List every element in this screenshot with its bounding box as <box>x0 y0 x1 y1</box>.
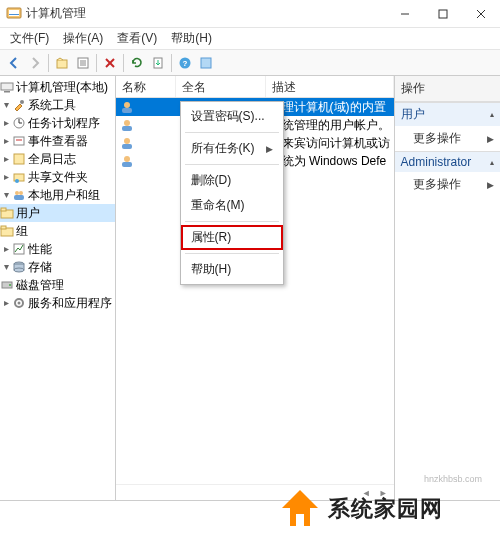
folder-icon <box>0 206 14 220</box>
maximize-button[interactable] <box>424 0 462 28</box>
svg-point-43 <box>18 302 21 305</box>
svg-rect-35 <box>1 226 6 229</box>
computer-icon <box>0 80 14 94</box>
tree-global-log[interactable]: ▸ 全局日志 <box>0 150 115 168</box>
tree-local-users-groups[interactable]: ▾ 本地用户和组 <box>0 186 115 204</box>
svg-rect-19 <box>4 91 10 93</box>
tree-services-apps[interactable]: ▸ 服务和应用程序 <box>0 294 115 312</box>
services-icon <box>12 296 26 310</box>
forward-icon[interactable] <box>25 53 45 73</box>
menu-rename[interactable]: 重命名(M) <box>181 193 283 218</box>
log-icon <box>12 152 26 166</box>
menu-delete[interactable]: 删除(D) <box>181 168 283 193</box>
expand-icon[interactable]: ▸ <box>0 151 12 167</box>
tree-pane[interactable]: 计算机管理(本地) ▾ 系统工具 ▸ 任务计划程序 ▸ 事件查看器 ▸ 全局日志 <box>0 76 116 500</box>
svg-text:?: ? <box>183 59 188 68</box>
menu-properties[interactable]: 属性(R) <box>181 225 283 250</box>
menu-all-tasks[interactable]: 所有任务(K)▶ <box>181 136 283 161</box>
menu-help[interactable]: 帮助(H) <box>181 257 283 282</box>
tree-event-viewer[interactable]: ▸ 事件查看器 <box>0 132 115 150</box>
collapse-icon[interactable]: ▾ <box>0 259 12 275</box>
tree-task-scheduler[interactable]: ▸ 任务计划程序 <box>0 114 115 132</box>
svg-point-44 <box>124 102 130 108</box>
menu-separator <box>185 132 279 133</box>
svg-rect-18 <box>1 83 13 90</box>
tree-groups[interactable]: 组 <box>0 222 115 240</box>
menu-separator <box>185 221 279 222</box>
up-icon[interactable] <box>52 53 72 73</box>
back-icon[interactable] <box>4 53 24 73</box>
menu-separator <box>185 253 279 254</box>
submenu-arrow-icon: ▶ <box>266 144 273 154</box>
col-fullname[interactable]: 全名 <box>176 76 266 97</box>
event-icon <box>12 134 26 148</box>
svg-rect-1 <box>9 10 19 16</box>
svg-rect-24 <box>14 137 24 145</box>
close-button[interactable] <box>462 0 500 28</box>
client-area: 计算机管理(本地) ▾ 系统工具 ▸ 任务计划程序 ▸ 事件查看器 ▸ 全局日志 <box>0 76 500 500</box>
export-icon[interactable] <box>148 53 168 73</box>
svg-rect-26 <box>14 154 24 164</box>
user-icon <box>120 118 134 132</box>
expand-icon[interactable]: ▸ <box>0 241 12 257</box>
menu-file[interactable]: 文件(F) <box>4 29 55 48</box>
folder-icon <box>0 224 14 238</box>
tree-users[interactable]: 用户 <box>0 204 115 222</box>
tree-storage[interactable]: ▾ 存储 <box>0 258 115 276</box>
collapse-icon[interactable]: ▾ <box>0 187 12 203</box>
statusbar <box>0 500 500 518</box>
menu-help[interactable]: 帮助(H) <box>165 29 218 48</box>
svg-rect-49 <box>122 144 132 149</box>
scroll-right-icon[interactable]: ► <box>375 488 392 498</box>
properties-icon[interactable] <box>73 53 93 73</box>
menu-set-password[interactable]: 设置密码(S)... <box>181 104 283 129</box>
expand-icon[interactable]: ▸ <box>0 115 12 131</box>
tree-disk-management[interactable]: 磁盘管理 <box>0 276 115 294</box>
svg-rect-51 <box>122 162 132 167</box>
main-pane: 名称 全名 描述 管理计算机(域)的内置 系统管理的用户帐户。 供来宾访问计算机… <box>116 76 395 500</box>
share-icon <box>12 170 26 184</box>
actions-section-users[interactable]: 用户▴ <box>395 102 500 126</box>
tree-performance[interactable]: ▸ 性能 <box>0 240 115 258</box>
scroll-left-icon[interactable]: ◄ <box>358 488 375 498</box>
svg-point-20 <box>20 100 24 104</box>
minimize-button[interactable] <box>386 0 424 28</box>
menu-action[interactable]: 操作(A) <box>57 29 109 48</box>
list-body[interactable]: 管理计算机(域)的内置 系统管理的用户帐户。 供来宾访问计算机或访 系统为 Wi… <box>116 98 394 500</box>
user-icon <box>120 100 134 114</box>
delete-icon[interactable] <box>100 53 120 73</box>
col-name[interactable]: 名称 <box>116 76 176 97</box>
expand-icon[interactable]: ▸ <box>0 295 12 311</box>
tree-shared-folders[interactable]: ▸ 共享文件夹 <box>0 168 115 186</box>
tree-root[interactable]: 计算机管理(本地) <box>0 78 115 96</box>
svg-point-41 <box>9 284 11 286</box>
svg-point-30 <box>19 191 23 195</box>
horizontal-scrollbar[interactable]: ◄ ► <box>116 484 394 500</box>
menu-view[interactable]: 查看(V) <box>111 29 163 48</box>
toolbar: ? <box>0 50 500 76</box>
expand-icon[interactable]: ▸ <box>0 169 12 185</box>
collapse-icon[interactable]: ▴ <box>490 158 494 167</box>
refresh-icon[interactable] <box>127 53 147 73</box>
col-description[interactable]: 描述 <box>266 76 394 97</box>
context-menu: 设置密码(S)... 所有任务(K)▶ 删除(D) 重命名(M) 属性(R) 帮… <box>180 101 284 285</box>
app-icon <box>6 6 22 22</box>
collapse-icon[interactable]: ▴ <box>490 110 494 119</box>
submenu-arrow-icon: ▶ <box>487 180 494 190</box>
actions-more-users[interactable]: 更多操作▶ <box>395 126 500 151</box>
tree-system-tools[interactable]: ▾ 系统工具 <box>0 96 115 114</box>
view-icon[interactable] <box>196 53 216 73</box>
help-icon[interactable]: ? <box>175 53 195 73</box>
user-icon <box>120 136 134 150</box>
expand-icon[interactable]: ▸ <box>0 133 12 149</box>
svg-point-28 <box>15 179 19 183</box>
actions-title: 操作 <box>395 76 500 102</box>
actions-section-admin[interactable]: Administrator▴ <box>395 151 500 172</box>
collapse-icon[interactable]: ▾ <box>0 97 12 113</box>
perf-icon <box>12 242 26 256</box>
actions-more-admin[interactable]: 更多操作▶ <box>395 172 500 197</box>
svg-point-29 <box>15 191 19 195</box>
svg-rect-47 <box>122 126 132 131</box>
titlebar: 计算机管理 <box>0 0 500 28</box>
tools-icon <box>12 98 26 112</box>
